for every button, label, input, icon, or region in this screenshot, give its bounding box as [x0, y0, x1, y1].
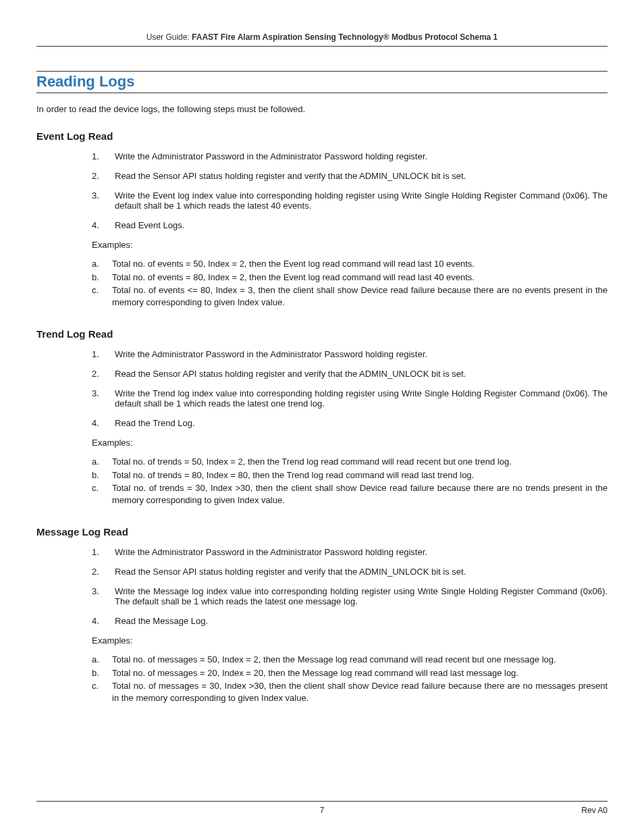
step-number: 3. [92, 190, 108, 211]
step-item: 2.Read the Sensor API status holding reg… [92, 567, 608, 577]
document-page: User Guide: FAAST Fire Alarm Aspiration … [0, 0, 644, 834]
subsection-title-message: Message Log Read [36, 526, 608, 538]
step-item: 4.Read the Message Log. [92, 616, 608, 626]
examples-label: Examples: [36, 635, 608, 646]
steps-list: 1.Write the Administrator Password in th… [36, 151, 608, 230]
subsection-title-event: Event Log Read [36, 130, 608, 142]
example-text: Total no. of messages = 50, Index = 2, t… [112, 654, 608, 666]
example-text: Total no. of trends = 50, Index = 2, the… [112, 456, 608, 468]
example-text: Total no. of events = 50, Index = 2, the… [112, 258, 608, 270]
step-number: 3. [92, 388, 108, 409]
example-item: c.Total no. of trends = 30, Index >30, t… [92, 482, 608, 506]
examples-list: a.Total no. of trends = 50, Index = 2, t… [36, 456, 608, 506]
step-number: 1. [92, 547, 108, 557]
section-title: Reading Logs [36, 71, 608, 93]
step-text: Read the Message Log. [115, 616, 608, 626]
example-letter: b. [92, 667, 107, 679]
step-text: Write the Administrator Password in the … [115, 547, 608, 557]
example-text: Total no. of events <= 80, Index = 3, th… [112, 284, 608, 308]
example-item: b.Total no. of trends = 80, Index = 80, … [92, 469, 608, 481]
examples-label: Examples: [36, 240, 608, 250]
step-number: 4. [92, 616, 108, 626]
example-letter: c. [92, 284, 107, 308]
intro-text: In order to read the device logs, the fo… [36, 104, 608, 114]
example-letter: b. [92, 469, 107, 481]
step-item: 4.Read the Trend Log. [92, 418, 608, 428]
step-item: 1.Write the Administrator Password in th… [92, 349, 608, 359]
example-item: a.Total no. of messages = 50, Index = 2,… [92, 654, 608, 666]
step-text: Write the Trend log index value into cor… [115, 388, 608, 409]
example-text: Total no. of messages = 30, Index >30, t… [112, 680, 608, 704]
step-number: 2. [92, 369, 108, 379]
step-text: Write the Administrator Password in the … [115, 349, 608, 359]
page-number: 7 [320, 806, 325, 815]
step-text: Read Event Logs. [115, 220, 608, 230]
step-text: Read the Sensor API status holding regis… [115, 171, 608, 181]
step-text: Read the Sensor API status holding regis… [115, 567, 608, 577]
step-item: 3.Write the Message log index value into… [92, 586, 608, 606]
example-text: Total no. of events = 80, Index = 2, the… [112, 271, 608, 284]
step-number: 3. [92, 586, 108, 606]
subsection-title-trend: Trend Log Read [36, 328, 608, 340]
steps-list: 1.Write the Administrator Password in th… [36, 349, 608, 428]
step-number: 2. [92, 171, 108, 181]
step-item: 4.Read Event Logs. [92, 220, 608, 230]
header-prefix: User Guide: [146, 32, 192, 42]
step-item: 3.Write the Event log index value into c… [92, 190, 608, 211]
step-number: 4. [92, 220, 108, 230]
example-item: a.Total no. of events = 50, Index = 2, t… [92, 258, 608, 270]
example-letter: b. [92, 271, 107, 284]
example-letter: c. [92, 680, 107, 704]
revision-label: Rev A0 [581, 806, 608, 815]
example-item: c.Total no. of events <= 80, Index = 3, … [92, 284, 608, 308]
step-number: 4. [92, 418, 108, 428]
page-header: User Guide: FAAST Fire Alarm Aspiration … [36, 32, 608, 47]
example-text: Total no. of messages = 20, Index = 20, … [112, 667, 608, 679]
examples-list: a.Total no. of events = 50, Index = 2, t… [36, 258, 608, 308]
example-item: b.Total no. of events = 80, Index = 2, t… [92, 271, 608, 284]
step-item: 2.Read the Sensor API status holding reg… [92, 369, 608, 379]
example-letter: a. [92, 258, 107, 270]
page-footer: 7 Rev A0 [36, 801, 608, 815]
step-item: 1.Write the Administrator Password in th… [92, 151, 608, 161]
step-text: Write the Message log index value into c… [115, 586, 608, 606]
step-text: Write the Event log index value into cor… [115, 190, 608, 211]
examples-label: Examples: [36, 438, 608, 448]
step-item: 3.Write the Trend log index value into c… [92, 388, 608, 409]
examples-list: a.Total no. of messages = 50, Index = 2,… [36, 654, 608, 704]
example-letter: a. [92, 456, 107, 468]
step-number: 1. [92, 151, 108, 161]
step-text: Read the Sensor API status holding regis… [115, 369, 608, 379]
example-item: c.Total no. of messages = 30, Index >30,… [92, 680, 608, 704]
example-item: b.Total no. of messages = 20, Index = 20… [92, 667, 608, 679]
step-item: 1.Write the Administrator Password in th… [92, 547, 608, 557]
step-item: 2.Read the Sensor API status holding reg… [92, 171, 608, 181]
steps-list: 1.Write the Administrator Password in th… [36, 547, 608, 626]
step-number: 2. [92, 567, 108, 577]
example-text: Total no. of trends = 30, Index >30, the… [112, 482, 608, 506]
step-number: 1. [92, 349, 108, 359]
example-letter: c. [92, 482, 107, 506]
step-text: Read the Trend Log. [115, 418, 608, 428]
step-text: Write the Administrator Password in the … [115, 151, 608, 161]
example-item: a.Total no. of trends = 50, Index = 2, t… [92, 456, 608, 468]
header-title: FAAST Fire Alarm Aspiration Sensing Tech… [192, 32, 498, 42]
example-letter: a. [92, 654, 107, 666]
example-text: Total no. of trends = 80, Index = 80, th… [112, 469, 608, 481]
